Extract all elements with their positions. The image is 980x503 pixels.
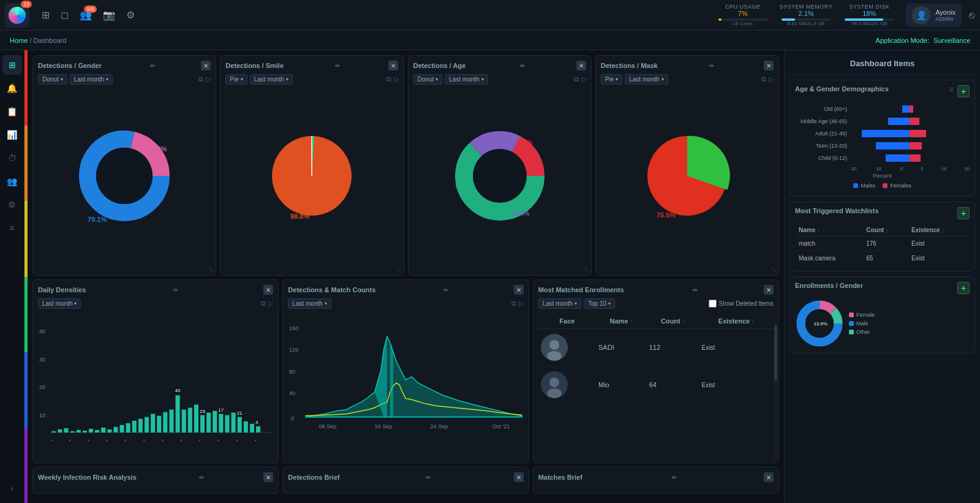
daily-period-dropdown[interactable]: Last month <box>38 298 81 309</box>
demographics-menu-icon[interactable]: ≡ <box>949 85 954 97</box>
nav-settings-icon[interactable]: ⚙ <box>126 9 135 21</box>
svg-rect-21 <box>64 428 68 433</box>
demographics-add-btn[interactable]: + <box>957 85 970 97</box>
smile-export-icon[interactable]: ▷ <box>394 75 399 83</box>
x-label-neg30: -30 <box>850 166 857 172</box>
cpu-stat: CPU USAGE 7% 16 Cores <box>718 4 767 26</box>
name-sort-icon[interactable]: ↑ <box>630 319 633 325</box>
wl-existence-sort[interactable]: ↑ <box>941 227 944 233</box>
svg-text:4: 4 <box>255 420 258 425</box>
detections-export-icon[interactable]: ▷ <box>519 300 524 308</box>
gender-period-dropdown[interactable]: Last month <box>70 74 113 85</box>
detections-copy-icon[interactable]: ⧉ <box>511 300 516 308</box>
panel-daily-controls: Last month ⧉ ▷ <box>38 298 273 309</box>
show-deleted-checkbox[interactable] <box>709 300 717 308</box>
nav-file-icon[interactable]: ◻ <box>61 9 69 21</box>
svg-text:08 Sep: 08 Sep <box>319 423 337 429</box>
panel-gender-close[interactable]: ✕ <box>201 61 211 70</box>
smile-period-dropdown[interactable]: Last month <box>250 74 293 85</box>
panel-gender-edit-icon[interactable]: ✏ <box>150 62 155 69</box>
section-watchlists-header: Most Triggered Watchlists + <box>795 207 970 219</box>
matched-period-dropdown[interactable]: Last month <box>538 298 581 309</box>
section-enrollments-header: Enrollments / Gender + <box>795 282 970 294</box>
gender-chart-type-dropdown[interactable]: Donut <box>38 74 67 85</box>
nav-camera-icon[interactable]: 📷 <box>103 9 115 21</box>
age-export-icon[interactable]: ▷ <box>581 75 586 83</box>
wl-name-sort[interactable]: ↑ <box>817 227 820 233</box>
panel-weekly-edit-icon[interactable]: ✏ <box>199 474 204 481</box>
count-sort-icon[interactable]: ↑ <box>682 319 685 325</box>
matched-col-count: Count ↑ <box>647 314 699 329</box>
logout-icon[interactable]: ⎋ <box>969 10 975 21</box>
enrollments-add-btn[interactable]: + <box>957 282 970 294</box>
panel-matched-close[interactable]: ✕ <box>764 285 774 295</box>
sidebar-item-settings[interactable]: ⚙ <box>2 195 22 214</box>
sidebar-item-users[interactable]: 👥 <box>2 172 22 191</box>
detections-period-dropdown[interactable]: Last month <box>288 298 331 309</box>
daily-export-icon[interactable]: ▷ <box>268 300 273 308</box>
matched-top-dropdown[interactable]: Top 10 <box>584 298 615 309</box>
panel-weekly-close[interactable]: ✕ <box>263 472 273 482</box>
svg-text:120: 120 <box>289 347 298 353</box>
legend-females: Females <box>883 183 911 189</box>
wl-count-sort[interactable]: ↑ <box>886 227 889 233</box>
daily-bar-chart: 40 30 20 10 <box>38 314 273 452</box>
panel-daily-edit-icon[interactable]: ✏ <box>173 287 178 293</box>
age-period-dropdown[interactable]: Last month <box>445 74 488 85</box>
sidebar-item-expand[interactable]: › <box>2 478 22 498</box>
sidebar-item-analytics[interactable]: 📊 <box>2 125 22 145</box>
panel-detections-edit-icon[interactable]: ✏ <box>443 287 448 293</box>
panel-detections-close[interactable]: ✕ <box>514 285 524 295</box>
mask-period-dropdown[interactable]: Last month <box>625 74 668 85</box>
logo[interactable]: 33 <box>5 3 29 28</box>
panel-mask-edit-icon[interactable]: ✏ <box>709 62 714 69</box>
wl-col-existence: Existence ↑ <box>908 224 970 236</box>
panel-det-brief-close[interactable]: ✕ <box>514 472 524 482</box>
gender-donut-chart: 79.1% 20.9% <box>69 127 179 225</box>
panel-age-controls: Donut Last month ⧉ ▷ <box>413 74 586 85</box>
age-chart-type-dropdown[interactable]: Donut <box>413 74 443 85</box>
gender-export-icon[interactable]: ▷ <box>206 75 211 83</box>
sidebar-item-alerts[interactable]: 🔔 <box>2 78 22 98</box>
user-area[interactable]: 👤 Ayonix ADMIN <box>906 4 962 27</box>
panel-daily-title: Daily Densities <box>38 286 86 293</box>
x-label-pos6: 6 <box>921 166 923 172</box>
panel-age-close[interactable]: ✕ <box>576 61 586 70</box>
sidebar-item-history[interactable]: ⏱ <box>2 148 22 168</box>
mask-chart-type-dropdown[interactable]: Pie <box>601 74 622 85</box>
panel-daily-close[interactable]: ✕ <box>263 285 273 295</box>
sidebar-item-more[interactable]: ≡ <box>2 218 22 238</box>
x-label-neg6: -6 <box>899 166 903 172</box>
mask-copy-icon[interactable]: ⧉ <box>761 75 766 83</box>
panel-match-brief-close[interactable]: ✕ <box>764 472 774 482</box>
existence-sort-icon[interactable]: ↑ <box>752 319 755 325</box>
panel-age-edit-icon[interactable]: ✏ <box>520 62 525 69</box>
panel-matched-edit-icon[interactable]: ✏ <box>693 287 698 293</box>
panel-mask-close[interactable]: ✕ <box>764 61 774 70</box>
panel-det-brief-edit-icon[interactable]: ✏ <box>426 474 431 481</box>
breadcrumb-home[interactable]: Home <box>10 37 28 44</box>
panel-match-brief-edit-icon[interactable]: ✏ <box>672 474 677 481</box>
mask-export-icon[interactable]: ▷ <box>769 75 774 83</box>
memory-stat: SYSTEM MEMORY 2.1% 8.81 GB/31.9 GB <box>780 4 832 26</box>
scroll-thumb[interactable] <box>774 325 777 380</box>
gender-copy-icon[interactable]: ⧉ <box>198 75 203 83</box>
age-copy-icon[interactable]: ⧉ <box>574 75 579 83</box>
sidebar-item-reports[interactable]: 📋 <box>2 102 22 121</box>
nav-grid-icon[interactable]: ⊞ <box>42 9 50 21</box>
panel-daily: Daily Densities ✏ ✕ Last month ⧉ ▷ 40 30 <box>32 279 279 463</box>
svg-text:10: 10 <box>39 412 45 418</box>
smile-chart-type-dropdown[interactable]: Pie <box>225 74 247 85</box>
nav-people-icon[interactable]: 👥 9/6 <box>80 9 92 21</box>
smile-copy-icon[interactable]: ⧉ <box>386 75 391 83</box>
daily-copy-icon[interactable]: ⧉ <box>261 300 266 308</box>
wl-name-2: Mask camera <box>795 251 862 266</box>
watchlists-add-btn[interactable]: + <box>957 207 970 219</box>
app-mode: Application Mode: Surveillance <box>876 37 970 44</box>
gender-corner-icon: ⤡ <box>208 266 213 273</box>
svg-rect-35 <box>151 414 155 433</box>
sidebar-item-dashboard[interactable]: ⊞ <box>2 55 22 75</box>
svg-rect-51 <box>232 413 236 433</box>
panel-smile-close[interactable]: ✕ <box>388 61 398 70</box>
panel-smile-edit-icon[interactable]: ✏ <box>335 62 340 69</box>
